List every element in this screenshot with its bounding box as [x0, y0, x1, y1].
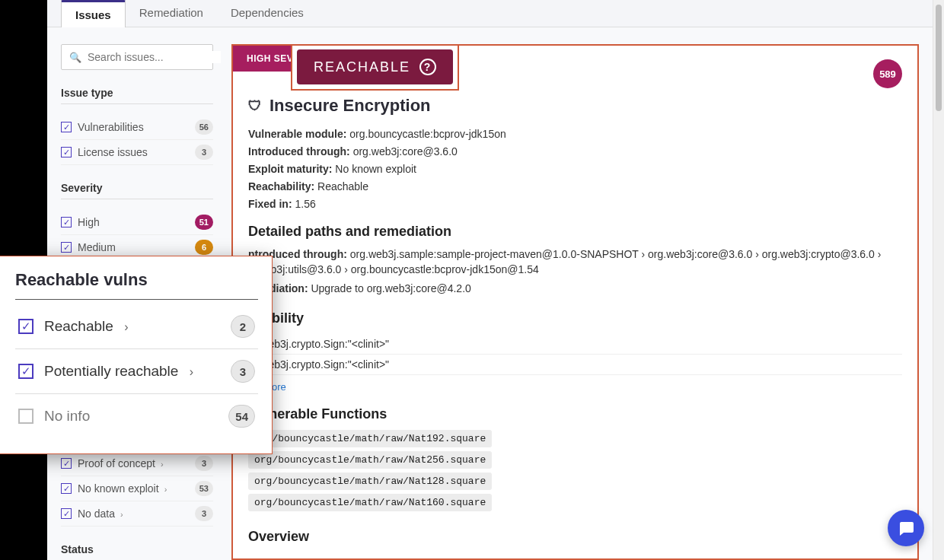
count-badge: 3 [195, 145, 213, 160]
section-paths-title: Detailed paths and remediation [248, 224, 902, 240]
reach-path-row: rg.web3j.crypto.Sign:"<clinit>" [248, 334, 902, 355]
path-introduced: ntroduced through: org.web3j.sample:samp… [248, 247, 902, 277]
checkbox-icon[interactable] [18, 409, 33, 424]
reachable-badge-label: REACHABLE [314, 59, 410, 75]
vuln-func-chip: org/bouncycastle/math/raw/Nat192.square [248, 430, 492, 447]
filter-license-issues[interactable]: License issues 3 [61, 140, 213, 165]
chevron-right-icon: › [121, 320, 129, 333]
vertical-scrollbar[interactable] [933, 0, 944, 560]
checkbox-icon[interactable] [61, 122, 72, 132]
meta-reachability: Reachability: Reachable [248, 180, 902, 192]
filter-label: No known exploit › [78, 482, 195, 495]
meta-vulnerable-module: Vulnerable module: org.bouncycastle:bcpr… [248, 128, 902, 140]
path-remediation: emediation: Upgrade to org.web3j:core@4.… [248, 282, 902, 297]
checkbox-icon[interactable] [61, 242, 72, 253]
count-badge: 3 [231, 360, 255, 383]
search-box[interactable]: 🔍 [61, 44, 213, 70]
filter-vulnerabilities[interactable]: Vulnerabilities 56 [61, 115, 213, 140]
filter-group-severity: Severity [61, 182, 213, 199]
chat-fab[interactable] [888, 510, 924, 546]
chevron-right-icon: › [158, 460, 164, 469]
scrollbar-thumb[interactable] [936, 5, 942, 111]
overlay-item-reachable[interactable]: Reachable › 2 [15, 304, 258, 349]
overlay-label: Reachable › [44, 318, 231, 335]
reachable-highlight: REACHABLE ? [291, 44, 459, 91]
filter-label: High [78, 216, 195, 228]
overlay-item-no-info[interactable]: No info 54 [15, 394, 258, 438]
vuln-func-chip: org/bouncycastle/math/raw/Nat128.square [248, 473, 492, 490]
filter-label: No data › [78, 508, 195, 520]
filter-group-issue-type: Issue type [61, 87, 213, 104]
vuln-func-chip: org/bouncycastle/math/raw/Nat160.square [248, 494, 492, 511]
filter-no-known-exploit[interactable]: No known exploit › 53 [61, 476, 213, 501]
tab-issues[interactable]: Issues [61, 0, 126, 27]
checkbox-icon[interactable] [61, 483, 72, 494]
filter-label: Vulnerabilities [78, 121, 195, 133]
meta-fixed-in: Fixed in: 1.56 [248, 198, 902, 210]
section-vuln-functions-title: Vulnerable Functions [248, 406, 902, 422]
filter-no-data[interactable]: No data › 3 [61, 501, 213, 527]
help-icon[interactable]: ? [419, 59, 436, 75]
checkbox-icon[interactable] [61, 217, 72, 228]
shield-icon: 🛡 [248, 98, 262, 114]
section-reachability-title: chability [248, 310, 902, 326]
filter-proof-of-concept[interactable]: Proof of concept › 3 [61, 451, 213, 476]
checkbox-icon[interactable] [61, 508, 72, 519]
overlay-item-potentially-reachable[interactable]: Potentially reachable › 3 [15, 349, 258, 394]
overlay-label: No info [44, 408, 228, 425]
count-badge: 54 [228, 405, 255, 428]
count-badge: 56 [195, 119, 213, 135]
overlay-label: Potentially reachable › [44, 363, 231, 380]
filter-label: License issues [78, 146, 195, 158]
reachable-badge: REACHABLE ? [297, 49, 453, 84]
issue-detail-panel: HIGH SEVE REACHABLE ? 589 🛡 Insecure Enc… [231, 44, 919, 560]
count-badge: 3 [195, 456, 213, 471]
checkbox-icon[interactable] [61, 147, 72, 158]
meta-introduced-through: Introduced through: org.web3j:core@3.6.0 [248, 145, 902, 158]
chat-icon [897, 519, 915, 537]
tab-dependencies[interactable]: Dependencies [217, 0, 317, 27]
search-icon: 🔍 [69, 52, 81, 63]
chevron-right-icon: › [186, 365, 193, 378]
search-input[interactable] [88, 51, 221, 63]
vuln-func-chip: org/bouncycastle/math/raw/Nat256.square [248, 451, 492, 469]
count-badge: 3 [195, 506, 213, 521]
overlay-title: Reachable vulns [15, 270, 258, 300]
show-more-link[interactable]: ow more [248, 381, 902, 393]
issue-title-text: Insecure Encryption [269, 96, 431, 116]
reachable-vulns-overlay: Reachable vulns Reachable › 2 Potentiall… [0, 256, 273, 454]
tab-remediation[interactable]: Remediation [126, 0, 217, 27]
filter-group-status: Status [61, 543, 213, 560]
filter-label: Proof of concept › [78, 457, 195, 469]
reach-path-row: rg.web3j.crypto.Sign:"<clinit>" [248, 355, 902, 375]
checkbox-icon[interactable] [61, 458, 72, 469]
count-badge: 2 [231, 315, 255, 338]
count-badge: 51 [195, 215, 213, 230]
checkbox-icon[interactable] [18, 319, 33, 334]
checkbox-icon[interactable] [18, 364, 33, 379]
tab-bar: Issues Remediation Dependencies [47, 0, 933, 27]
meta-exploit-maturity: Exploit maturity: No known exploit [248, 163, 902, 175]
score-badge: 589 [873, 59, 902, 88]
filter-label: Medium [78, 241, 195, 253]
chevron-right-icon: › [118, 510, 123, 519]
section-overview-title: Overview [248, 529, 902, 545]
count-badge: 6 [195, 240, 213, 255]
issue-title: 🛡 Insecure Encryption [248, 96, 902, 116]
filter-high[interactable]: High 51 [61, 210, 213, 235]
chevron-right-icon: › [162, 485, 167, 494]
count-badge: 53 [195, 481, 213, 496]
